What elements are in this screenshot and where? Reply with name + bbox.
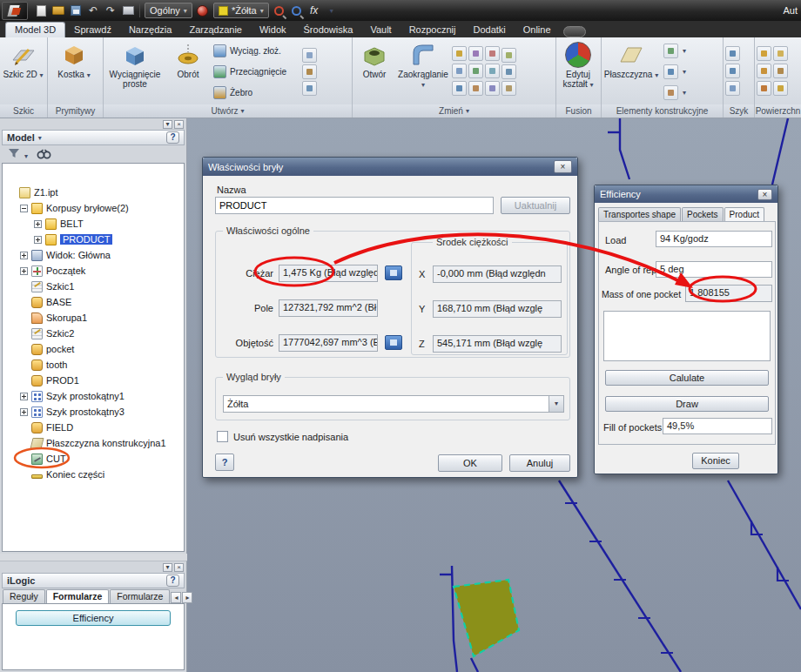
trim-surface-icon[interactable] — [757, 81, 771, 96]
panel-label-pattern[interactable]: Szyk — [724, 104, 754, 118]
edit-shape-button[interactable]: Edytuj kształt ▾ — [558, 39, 598, 104]
collapse-icon[interactable] — [20, 205, 28, 212]
tab-transporter-shape[interactable]: Transportes shape — [598, 207, 681, 221]
tab-vault[interactable]: Vault — [361, 23, 400, 37]
print-button[interactable] — [120, 3, 136, 18]
tab-forms[interactable]: Formularze — [46, 589, 110, 603]
tree-item-field[interactable]: FIELD — [3, 420, 184, 435]
highlighted-pocket-face[interactable] — [454, 580, 519, 656]
fill-of-pockets-input[interactable]: 49,5% — [663, 418, 772, 434]
tab-sprawdz[interactable]: Sprawdź — [65, 23, 120, 37]
bend-part-icon[interactable] — [501, 48, 516, 63]
panel-label-surfaces[interactable]: Powierzchn — [755, 104, 801, 118]
save-button[interactable] — [68, 3, 84, 18]
tree-item-pattern1[interactable]: Szyk prostokątny1 — [3, 388, 184, 404]
move-body-icon[interactable] — [485, 81, 500, 96]
end-button[interactable]: Koniec — [692, 453, 739, 469]
sweep-button[interactable]: Przeciągnięcie — [211, 61, 301, 82]
tree-item-shell[interactable]: Skorupa1 — [3, 310, 184, 326]
extrude-button[interactable]: Wyciągnięcie proste — [105, 39, 165, 104]
move-face-icon[interactable] — [485, 64, 500, 78]
combine-icon[interactable] — [468, 64, 483, 78]
work-plane-button[interactable]: Płaszczyzna ▾ — [603, 39, 659, 104]
copy-object-icon[interactable] — [501, 64, 516, 79]
tab-widok[interactable]: Widok — [251, 23, 295, 37]
work-axis-button[interactable]: ▾ — [660, 40, 689, 61]
tab-online[interactable]: Online — [515, 23, 560, 37]
tab-product[interactable]: Product — [724, 207, 764, 222]
filter-button[interactable]: ▾ — [8, 148, 28, 160]
expand-icon[interactable] — [20, 408, 28, 416]
tree-item-work-plane[interactable]: Płaszczyzna konstrukcyjna1 — [3, 435, 184, 451]
tree-item-root[interactable]: Z1.ipt — [3, 185, 184, 200]
work-point-button[interactable]: ▾ — [660, 61, 689, 82]
tab-rozpocznij[interactable]: Rozpocznij — [400, 23, 465, 37]
parameters-button[interactable]: fx — [306, 3, 322, 18]
direct-edit-icon[interactable] — [501, 81, 516, 96]
rib-button[interactable]: Żebro — [211, 82, 301, 103]
ok-button[interactable]: OK — [438, 454, 502, 472]
ribbon-options-icon[interactable] — [563, 26, 586, 37]
tree-item-product[interactable]: PRODUCT — [3, 232, 184, 247]
tree-item-pattern3[interactable]: Szyk prostokątny3 — [3, 404, 184, 420]
material-button[interactable] — [195, 3, 211, 18]
revolve-button[interactable]: Obrót — [166, 39, 210, 104]
scroll-right-icon[interactable]: ▸ — [182, 592, 192, 603]
rectangular-pattern-icon[interactable] — [725, 46, 740, 61]
update-volume-icon[interactable] — [385, 335, 402, 350]
expand-icon[interactable] — [34, 236, 42, 244]
panel-label-work-features[interactable]: Elementy konstrukcyjne — [602, 104, 723, 118]
tab-pockets[interactable]: Pockets — [682, 207, 724, 221]
sketch-2d-button[interactable]: Szkic 2D ▾ — [2, 39, 44, 104]
find-button[interactable] — [37, 148, 51, 161]
derive-icon[interactable] — [302, 81, 317, 96]
appearance-dropdown[interactable]: Żółta ▾ — [223, 395, 564, 413]
extend-surface-icon[interactable] — [773, 46, 788, 61]
tree-item-base[interactable]: BASE — [3, 294, 184, 310]
app-logo-icon[interactable] — [2, 2, 28, 20]
stitch-surface-icon[interactable] — [757, 46, 771, 61]
update-mass-icon[interactable] — [385, 265, 402, 280]
panel-label-primitives[interactable]: Prymitywy — [48, 104, 103, 118]
y-value-field[interactable]: 168,710 mm (Błąd wzglę — [433, 300, 562, 318]
offset-surface-icon[interactable] — [773, 81, 788, 96]
expand-icon[interactable] — [20, 393, 28, 400]
tab-rules[interactable]: Reguły — [3, 589, 45, 603]
tree-item-tooth[interactable]: tooth — [3, 357, 184, 373]
dialog-title-bar[interactable]: Efficiency × — [595, 185, 777, 203]
area-value-field[interactable]: 127321,792 mm^2 (Bł — [279, 299, 378, 317]
close-icon[interactable]: × — [174, 120, 184, 129]
new-file-button[interactable] — [33, 3, 49, 18]
sculpt-icon[interactable] — [773, 64, 788, 78]
load-input[interactable]: 94 Kg/godz — [656, 231, 772, 247]
color-selector[interactable]: *Żółta ▾ — [213, 3, 269, 18]
angle-of-repose-input[interactable]: 5 deg — [656, 261, 772, 278]
calculate-button[interactable]: Calulate — [605, 370, 769, 386]
tree-item-sketch2[interactable]: Szkic2 — [3, 326, 184, 341]
zoom-out-button[interactable] — [289, 3, 305, 18]
tree-item-origin[interactable]: Początek — [3, 263, 184, 279]
ilogic-header[interactable]: iLogic ? — [2, 573, 185, 588]
tree-item-cut[interactable]: CUT — [3, 451, 184, 467]
draw-button[interactable]: Draw — [605, 396, 769, 412]
tree-item-belt[interactable]: BELT — [3, 216, 184, 232]
thread-icon[interactable] — [452, 81, 467, 96]
style-selector[interactable]: Ogólny ▾ — [145, 3, 192, 18]
tab-global-forms[interactable]: Formularze — [110, 589, 170, 603]
tab-narzedzia[interactable]: Narzędzia — [120, 23, 181, 37]
expand-icon[interactable] — [20, 252, 28, 259]
thicken-offset-icon[interactable] — [468, 81, 483, 96]
tree-item-end-of-part[interactable]: Koniec części — [3, 467, 184, 482]
split-icon[interactable] — [468, 46, 483, 61]
tab-dodatki[interactable]: Dodatki — [464, 23, 514, 37]
volume-value-field[interactable]: 1777042,697 mm^3 (E — [279, 334, 378, 352]
close-icon[interactable]: × — [174, 563, 184, 572]
browser-help-button[interactable]: ? — [166, 131, 179, 144]
expand-icon[interactable] — [34, 220, 42, 228]
name-input[interactable] — [215, 197, 494, 214]
redo-button[interactable]: ↷ — [103, 3, 118, 18]
panel-label-create[interactable]: Utwórz▾ — [104, 104, 352, 118]
tree-item-sketch1[interactable]: Szkic1 — [3, 279, 184, 294]
zoom-in-button[interactable] — [272, 3, 287, 18]
mirror-icon[interactable] — [725, 81, 740, 96]
